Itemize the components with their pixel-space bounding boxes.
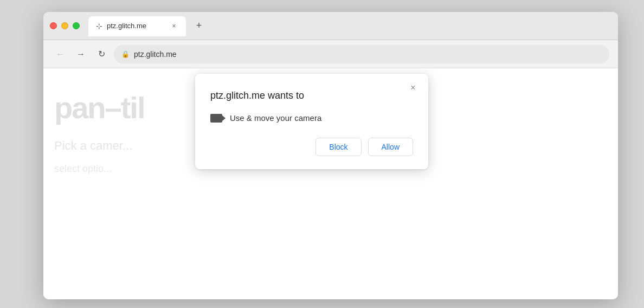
dialog-buttons: Block Allow xyxy=(210,138,413,156)
page-bg-subtext2: select optio... xyxy=(54,163,112,175)
nav-bar: ← → ↻ 🔒 ptz.glitch.me xyxy=(43,40,618,68)
lock-icon: 🔒 xyxy=(121,50,130,58)
browser-window: ⊹ ptz.glitch.me × + ← → ↻ 🔒 ptz.glitch.m… xyxy=(43,12,618,299)
minimize-button[interactable] xyxy=(61,22,68,29)
tab-close-icon[interactable]: × xyxy=(170,22,178,30)
camera-icon xyxy=(210,114,222,123)
page-content: pan–til Pick a camer... select optio... … xyxy=(43,68,618,299)
traffic-lights xyxy=(50,22,80,29)
forward-button[interactable]: → xyxy=(73,46,89,62)
active-tab[interactable]: ⊹ ptz.glitch.me × xyxy=(88,16,186,36)
tab-title: ptz.glitch.me xyxy=(107,22,165,30)
permission-item: Use & move your camera xyxy=(210,113,413,123)
tab-favicon-icon: ⊹ xyxy=(96,22,102,30)
page-bg-heading: pan–til xyxy=(54,90,144,125)
block-button[interactable]: Block xyxy=(315,138,361,156)
reload-button[interactable]: ↻ xyxy=(93,46,110,62)
allow-button[interactable]: Allow xyxy=(368,138,413,156)
permission-dialog: × ptz.glitch.me wants to Use & move your… xyxy=(195,74,428,169)
title-bar: ⊹ ptz.glitch.me × + xyxy=(43,12,618,40)
permission-text: Use & move your camera xyxy=(230,113,321,123)
address-text: ptz.glitch.me xyxy=(134,50,177,59)
close-button[interactable] xyxy=(50,22,57,29)
tab-bar: ⊹ ptz.glitch.me × + xyxy=(88,16,611,36)
maximize-button[interactable] xyxy=(73,22,80,29)
back-button[interactable]: ← xyxy=(52,46,68,62)
dialog-close-button[interactable]: × xyxy=(407,81,420,94)
dialog-title: ptz.glitch.me wants to xyxy=(210,89,413,102)
address-bar[interactable]: 🔒 ptz.glitch.me xyxy=(114,45,609,63)
new-tab-button[interactable]: + xyxy=(190,17,208,35)
page-bg-subtext1: Pick a camer... xyxy=(54,139,132,153)
